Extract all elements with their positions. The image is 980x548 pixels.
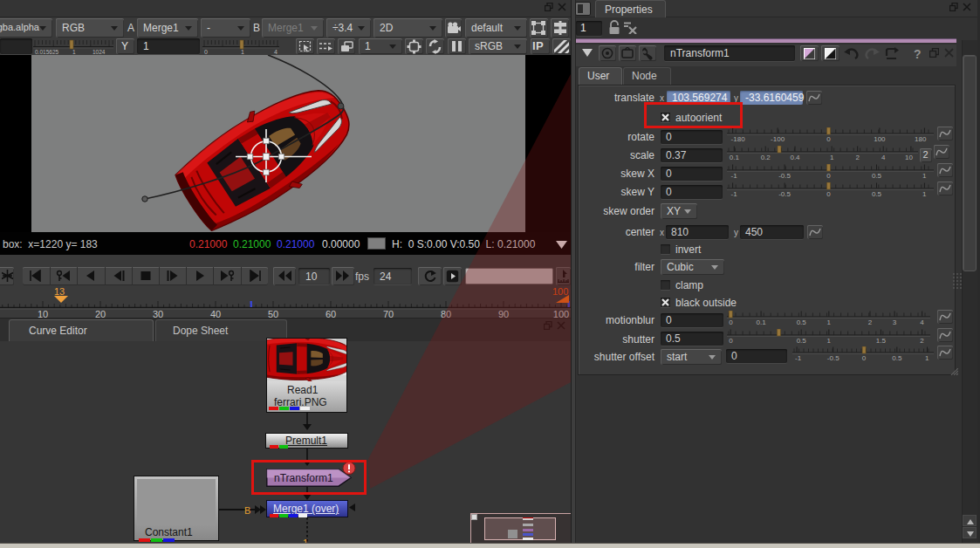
- svg-text:1.5: 1.5: [876, 337, 887, 344]
- svg-text:-100: -100: [771, 135, 785, 142]
- svg-text:0: 0: [729, 337, 733, 344]
- svg-text:2: 2: [868, 319, 873, 325]
- svg-text:0: 0: [862, 354, 867, 361]
- svg-text:4: 4: [881, 154, 886, 161]
- svg-text:1: 1: [827, 319, 832, 325]
- svg-text:0.2: 0.2: [761, 154, 771, 161]
- svg-text:0.5: 0.5: [872, 172, 882, 179]
- svg-text:4: 4: [920, 319, 924, 325]
- svg-text:2: 2: [920, 337, 924, 344]
- svg-text:3: 3: [893, 319, 897, 325]
- svg-text:1: 1: [925, 354, 929, 361]
- svg-text:-0.5: -0.5: [778, 190, 791, 197]
- svg-text:0: 0: [729, 319, 733, 325]
- svg-text:0.1: 0.1: [757, 319, 767, 325]
- svg-text:-1: -1: [731, 190, 738, 197]
- svg-text:180: 180: [915, 135, 927, 142]
- svg-text:1: 1: [922, 190, 927, 197]
- svg-text:1: 1: [827, 337, 832, 344]
- svg-text:1: 1: [830, 154, 834, 161]
- svg-text:-0.5: -0.5: [778, 172, 791, 179]
- svg-text:-180: -180: [731, 135, 746, 142]
- svg-text:0.5: 0.5: [892, 354, 902, 361]
- svg-text:10: 10: [905, 154, 913, 161]
- svg-text:0: 0: [826, 172, 831, 179]
- svg-text:1: 1: [922, 172, 927, 179]
- svg-text:0.1: 0.1: [730, 154, 740, 161]
- svg-text:100: 100: [874, 135, 886, 142]
- svg-text:0.4: 0.4: [790, 154, 800, 161]
- svg-text:2: 2: [855, 154, 860, 161]
- svg-text:0.5: 0.5: [872, 190, 882, 197]
- svg-text:0.5: 0.5: [797, 337, 807, 344]
- svg-text:0: 0: [826, 135, 831, 142]
- svg-text:-1: -1: [795, 354, 802, 361]
- svg-text:-1: -1: [731, 172, 738, 179]
- svg-text:0: 0: [826, 190, 831, 197]
- svg-text:-0.5: -0.5: [827, 354, 840, 361]
- svg-text:0.5: 0.5: [797, 319, 807, 325]
